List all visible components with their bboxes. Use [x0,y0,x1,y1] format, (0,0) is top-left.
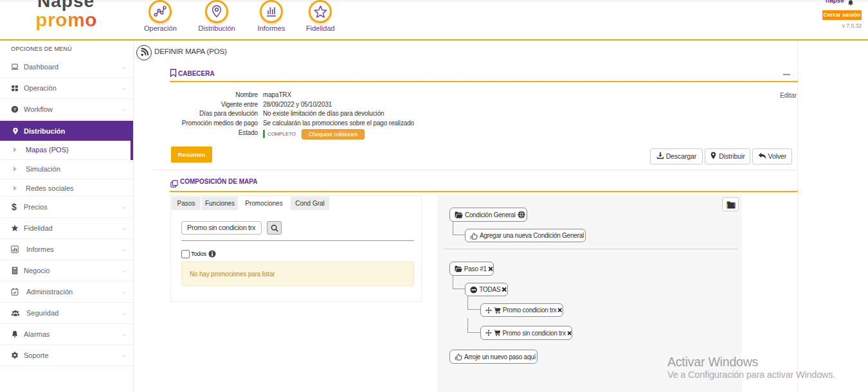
svg-text:?: ? [14,107,16,112]
